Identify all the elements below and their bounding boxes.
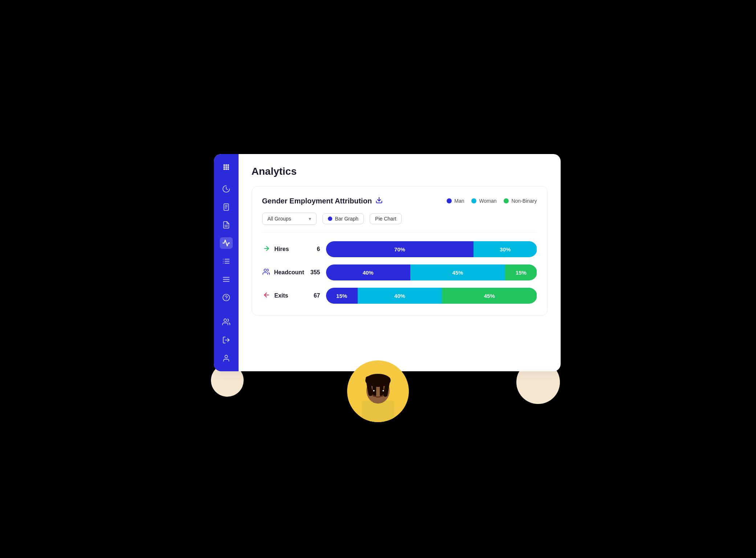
svg-point-21 xyxy=(227,168,229,170)
dropdown-arrow-icon: ▾ xyxy=(309,216,311,222)
legend-man: Man xyxy=(447,198,464,204)
svg-point-13 xyxy=(223,164,225,166)
legend-label-nonbinary: Non-Binary xyxy=(511,198,537,204)
headcount-bar: 40% 45% 15% xyxy=(326,264,537,280)
svg-point-10 xyxy=(381,389,385,393)
sidebar-item-reports[interactable] xyxy=(220,201,233,213)
svg-point-14 xyxy=(225,164,227,166)
bar-row-hires: Hires 6 70% 30% xyxy=(262,241,537,257)
sidebar-item-logout[interactable] xyxy=(220,334,233,346)
hires-bar-woman: 30% xyxy=(473,241,537,257)
legend-label-woman: Woman xyxy=(479,198,496,204)
pie-chart-label: Pie Chart xyxy=(375,216,396,222)
sidebar-item-list-chart[interactable] xyxy=(220,255,233,267)
legend-woman: Woman xyxy=(471,198,496,204)
main-card: Analytics Gender Employment Attribution xyxy=(214,154,561,371)
bar-rows: Hires 6 70% 30% xyxy=(262,241,537,304)
headcount-name: Headcount xyxy=(274,269,307,276)
chart-title: Gender Employment Attribution xyxy=(262,197,372,205)
svg-point-9 xyxy=(371,389,375,393)
sidebar-item-team[interactable] xyxy=(220,316,233,328)
avatar-circle xyxy=(347,360,409,422)
exits-bar-man: 15% xyxy=(326,288,358,304)
exits-bar-woman: 40% xyxy=(358,288,442,304)
headcount-icon xyxy=(262,268,271,277)
bar-graph-dot xyxy=(328,217,332,221)
sidebar-logo[interactable] xyxy=(220,161,233,173)
main-content: Analytics Gender Employment Attribution xyxy=(239,154,561,371)
headcount-bar-nonbinary: 15% xyxy=(505,264,537,280)
pie-chart-toggle[interactable]: Pie Chart xyxy=(370,213,402,224)
sidebar-item-help[interactable] xyxy=(220,292,233,303)
exits-bar-nonbinary: 45% xyxy=(442,288,537,304)
chart-title-row: Gender Employment Attribution xyxy=(262,197,383,205)
hires-count: 6 xyxy=(317,246,320,252)
chart-header: Gender Employment Attribution xyxy=(262,197,537,205)
sidebar-item-analytics[interactable] xyxy=(220,237,233,249)
legend-dot-man xyxy=(447,198,452,203)
svg-point-44 xyxy=(264,269,267,272)
svg-point-39 xyxy=(224,319,226,322)
svg-point-16 xyxy=(223,166,225,168)
svg-rect-8 xyxy=(380,375,383,397)
chart-card: Gender Employment Attribution xyxy=(252,186,548,316)
svg-point-15 xyxy=(227,164,229,166)
svg-point-11 xyxy=(373,390,375,392)
svg-point-12 xyxy=(383,390,384,392)
headcount-bar-man: 40% xyxy=(326,264,410,280)
chart-icon[interactable] xyxy=(375,197,383,205)
headcount-bar-woman: 45% xyxy=(410,264,505,280)
svg-rect-7 xyxy=(373,375,376,397)
svg-point-18 xyxy=(227,166,229,168)
hires-bar-man: 70% xyxy=(326,241,474,257)
legend-nonbinary: Non-Binary xyxy=(504,198,537,204)
bar-row-exits: Exits 67 15% 40% 45% xyxy=(262,288,537,304)
headcount-label-area: Headcount 355 xyxy=(262,268,320,277)
hires-label-area: Hires 6 xyxy=(262,245,320,254)
sidebar-item-list[interactable] xyxy=(220,274,233,285)
page-title: Analytics xyxy=(252,166,548,177)
exits-count: 67 xyxy=(314,292,320,299)
exits-icon xyxy=(262,291,271,300)
exits-bar: 15% 40% 45% xyxy=(326,288,537,304)
sidebar-item-dashboard[interactable] xyxy=(220,183,233,195)
headcount-count: 355 xyxy=(310,269,320,276)
hires-bar: 70% 30% xyxy=(326,241,537,257)
exits-label-area: Exits 67 xyxy=(262,291,320,300)
svg-point-17 xyxy=(225,166,227,168)
sidebar-item-profile[interactable] xyxy=(220,352,233,364)
bar-row-headcount: Headcount 355 40% 45% 15% xyxy=(262,264,537,280)
hires-icon xyxy=(262,245,271,254)
bar-graph-toggle[interactable]: Bar Graph xyxy=(322,213,364,224)
avatar-person-svg xyxy=(351,366,405,422)
svg-point-20 xyxy=(225,168,227,170)
sidebar xyxy=(214,154,239,371)
legend-dot-nonbinary xyxy=(504,198,509,203)
hires-name: Hires xyxy=(275,246,307,252)
groups-dropdown[interactable]: All Groups ▾ xyxy=(262,213,317,225)
legend-label-man: Man xyxy=(454,198,464,204)
legend: Man Woman Non-Binary xyxy=(447,198,537,204)
svg-point-41 xyxy=(225,355,227,358)
exits-name: Exits xyxy=(275,292,307,299)
dropdown-label: All Groups xyxy=(268,216,291,222)
legend-dot-woman xyxy=(471,198,476,203)
sidebar-item-documents[interactable] xyxy=(220,219,233,231)
bar-graph-label: Bar Graph xyxy=(335,216,359,222)
screen-wrapper: Analytics Gender Employment Attribution xyxy=(189,140,567,418)
svg-point-19 xyxy=(223,168,225,170)
controls-row: All Groups ▾ Bar Graph Pie Chart xyxy=(262,213,537,232)
